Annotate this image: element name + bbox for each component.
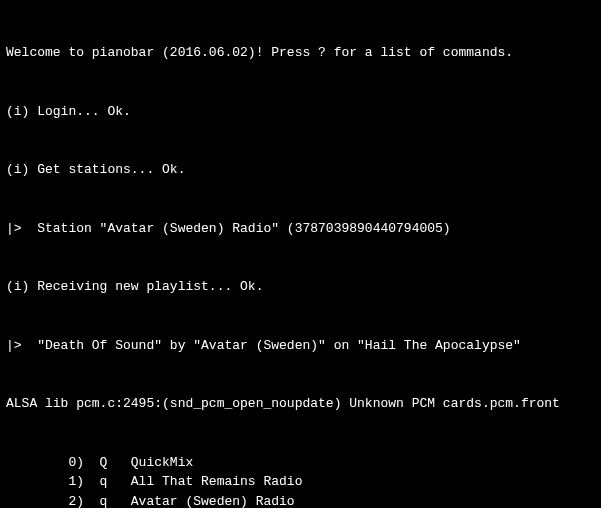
terminal-window[interactable]: Welcome to pianobar (2016.06.02)! Press … bbox=[0, 0, 601, 508]
get-stations-line: (i) Get stations... Ok. bbox=[6, 160, 595, 180]
now-playing-line: |> "Death Of Sound" by "Avatar (Sweden)"… bbox=[6, 336, 595, 356]
receiving-line: (i) Receiving new playlist... Ok. bbox=[6, 277, 595, 297]
station-row: 2) q Avatar (Sweden) Radio bbox=[6, 492, 595, 509]
station-list: 0) Q QuickMix 1) q All That Remains Radi… bbox=[6, 453, 595, 509]
station-info-line: |> Station "Avatar (Sweden) Radio" (3787… bbox=[6, 219, 595, 239]
station-row: 0) Q QuickMix bbox=[6, 453, 595, 473]
login-line: (i) Login... Ok. bbox=[6, 102, 595, 122]
alsa-warning-line: ALSA lib pcm.c:2495:(snd_pcm_open_noupda… bbox=[6, 394, 595, 414]
station-row: 1) q All That Remains Radio bbox=[6, 472, 595, 492]
welcome-line: Welcome to pianobar (2016.06.02)! Press … bbox=[6, 43, 595, 63]
